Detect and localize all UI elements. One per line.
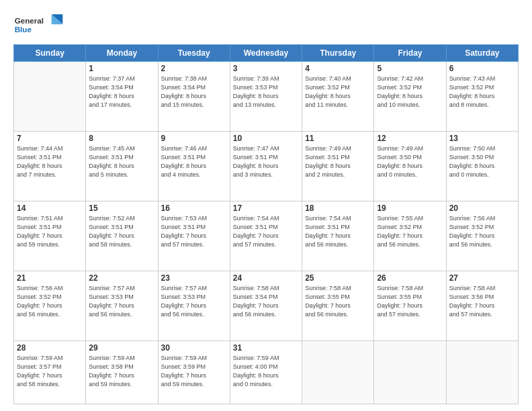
day-info: Sunrise: 7:55 AM Sunset: 3:52 PM Dayligh… <box>377 214 443 249</box>
day-info: Sunrise: 7:49 AM Sunset: 3:50 PM Dayligh… <box>377 144 443 179</box>
day-number: 31 <box>233 343 299 353</box>
day-number: 10 <box>233 134 299 143</box>
calendar-cell <box>14 62 86 132</box>
day-number: 24 <box>233 273 299 283</box>
day-number: 2 <box>161 64 227 73</box>
calendar-week-2: 7Sunrise: 7:44 AM Sunset: 3:51 PM Daylig… <box>14 131 519 201</box>
day-number: 19 <box>377 203 443 213</box>
day-number: 6 <box>449 64 515 73</box>
calendar-cell: 2Sunrise: 7:38 AM Sunset: 3:54 PM Daylig… <box>158 62 230 132</box>
logo: General Blue <box>13 12 64 39</box>
day-number: 7 <box>17 134 83 143</box>
day-number: 26 <box>377 273 443 283</box>
day-number: 3 <box>233 64 299 73</box>
svg-text:General: General <box>15 16 44 25</box>
calendar-cell: 22Sunrise: 7:57 AM Sunset: 3:53 PM Dayli… <box>86 271 158 340</box>
calendar-cell: 16Sunrise: 7:53 AM Sunset: 3:51 PM Dayli… <box>158 201 230 271</box>
day-info: Sunrise: 7:49 AM Sunset: 3:51 PM Dayligh… <box>305 144 371 179</box>
day-info: Sunrise: 7:56 AM Sunset: 3:52 PM Dayligh… <box>17 284 83 319</box>
calendar-cell: 12Sunrise: 7:49 AM Sunset: 3:50 PM Dayli… <box>374 131 446 201</box>
calendar-cell: 20Sunrise: 7:56 AM Sunset: 3:52 PM Dayli… <box>446 201 518 271</box>
calendar-cell: 26Sunrise: 7:58 AM Sunset: 3:55 PM Dayli… <box>374 271 446 340</box>
day-info: Sunrise: 7:58 AM Sunset: 3:56 PM Dayligh… <box>449 284 515 319</box>
day-number: 15 <box>89 203 154 213</box>
weekday-header-monday: Monday <box>86 45 158 62</box>
calendar-cell: 3Sunrise: 7:39 AM Sunset: 3:53 PM Daylig… <box>230 62 302 132</box>
day-info: Sunrise: 7:53 AM Sunset: 3:51 PM Dayligh… <box>161 214 227 249</box>
day-info: Sunrise: 7:59 AM Sunset: 3:57 PM Dayligh… <box>17 354 83 389</box>
day-number: 17 <box>233 203 299 213</box>
weekday-header-row: SundayMondayTuesdayWednesdayThursdayFrid… <box>14 45 519 62</box>
day-number: 18 <box>305 203 371 213</box>
calendar-week-4: 21Sunrise: 7:56 AM Sunset: 3:52 PM Dayli… <box>14 271 519 340</box>
calendar-cell: 24Sunrise: 7:58 AM Sunset: 3:54 PM Dayli… <box>230 271 302 340</box>
day-number: 4 <box>305 64 371 73</box>
day-number: 25 <box>305 273 371 283</box>
calendar-cell <box>302 340 374 404</box>
day-number: 14 <box>17 203 83 213</box>
day-info: Sunrise: 7:44 AM Sunset: 3:51 PM Dayligh… <box>17 144 83 179</box>
calendar-cell: 1Sunrise: 7:37 AM Sunset: 3:54 PM Daylig… <box>86 62 158 132</box>
calendar-cell: 23Sunrise: 7:57 AM Sunset: 3:53 PM Dayli… <box>158 271 230 340</box>
calendar-cell: 29Sunrise: 7:59 AM Sunset: 3:58 PM Dayli… <box>86 340 158 404</box>
page: General Blue SundayMondayTuesdayWednesda… <box>0 0 532 411</box>
day-info: Sunrise: 7:45 AM Sunset: 3:51 PM Dayligh… <box>89 144 154 179</box>
day-number: 12 <box>377 134 443 143</box>
day-number: 21 <box>17 273 83 283</box>
calendar-table: SundayMondayTuesdayWednesdayThursdayFrid… <box>13 44 519 404</box>
day-info: Sunrise: 7:59 AM Sunset: 4:00 PM Dayligh… <box>233 354 299 389</box>
day-info: Sunrise: 7:43 AM Sunset: 3:52 PM Dayligh… <box>449 75 515 109</box>
calendar-cell: 28Sunrise: 7:59 AM Sunset: 3:57 PM Dayli… <box>14 340 86 404</box>
calendar-week-3: 14Sunrise: 7:51 AM Sunset: 3:51 PM Dayli… <box>14 201 519 271</box>
calendar-cell <box>446 340 518 404</box>
day-number: 11 <box>305 134 371 143</box>
calendar-cell: 6Sunrise: 7:43 AM Sunset: 3:52 PM Daylig… <box>446 62 518 132</box>
calendar-cell: 10Sunrise: 7:47 AM Sunset: 3:51 PM Dayli… <box>230 131 302 201</box>
svg-text:Blue: Blue <box>15 25 32 34</box>
logo-svg: General Blue <box>13 12 64 39</box>
calendar-cell: 31Sunrise: 7:59 AM Sunset: 4:00 PM Dayli… <box>230 340 302 404</box>
day-number: 22 <box>89 273 154 283</box>
calendar-cell: 15Sunrise: 7:52 AM Sunset: 3:51 PM Dayli… <box>86 201 158 271</box>
day-info: Sunrise: 7:58 AM Sunset: 3:54 PM Dayligh… <box>233 284 299 319</box>
day-number: 13 <box>449 134 515 143</box>
day-info: Sunrise: 7:57 AM Sunset: 3:53 PM Dayligh… <box>89 284 154 319</box>
calendar-cell: 18Sunrise: 7:54 AM Sunset: 3:51 PM Dayli… <box>302 201 374 271</box>
day-info: Sunrise: 7:37 AM Sunset: 3:54 PM Dayligh… <box>89 75 154 109</box>
weekday-header-thursday: Thursday <box>302 45 374 62</box>
day-info: Sunrise: 7:42 AM Sunset: 3:52 PM Dayligh… <box>377 75 443 109</box>
day-info: Sunrise: 7:54 AM Sunset: 3:51 PM Dayligh… <box>305 214 371 249</box>
calendar-cell: 13Sunrise: 7:50 AM Sunset: 3:50 PM Dayli… <box>446 131 518 201</box>
calendar-cell: 30Sunrise: 7:59 AM Sunset: 3:59 PM Dayli… <box>158 340 230 404</box>
day-info: Sunrise: 7:56 AM Sunset: 3:52 PM Dayligh… <box>449 214 515 249</box>
day-number: 30 <box>161 343 227 353</box>
header: General Blue <box>13 12 519 39</box>
weekday-header-friday: Friday <box>374 45 446 62</box>
calendar-cell: 14Sunrise: 7:51 AM Sunset: 3:51 PM Dayli… <box>14 201 86 271</box>
day-number: 16 <box>161 203 227 213</box>
day-info: Sunrise: 7:54 AM Sunset: 3:51 PM Dayligh… <box>233 214 299 249</box>
calendar-cell: 5Sunrise: 7:42 AM Sunset: 3:52 PM Daylig… <box>374 62 446 132</box>
calendar-cell: 27Sunrise: 7:58 AM Sunset: 3:56 PM Dayli… <box>446 271 518 340</box>
day-number: 23 <box>161 273 227 283</box>
calendar-cell: 19Sunrise: 7:55 AM Sunset: 3:52 PM Dayli… <box>374 201 446 271</box>
calendar-cell: 8Sunrise: 7:45 AM Sunset: 3:51 PM Daylig… <box>86 131 158 201</box>
day-number: 28 <box>17 343 83 353</box>
day-info: Sunrise: 7:51 AM Sunset: 3:51 PM Dayligh… <box>17 214 83 249</box>
day-info: Sunrise: 7:58 AM Sunset: 3:55 PM Dayligh… <box>377 284 443 319</box>
weekday-header-saturday: Saturday <box>446 45 518 62</box>
day-info: Sunrise: 7:38 AM Sunset: 3:54 PM Dayligh… <box>161 75 227 109</box>
day-info: Sunrise: 7:57 AM Sunset: 3:53 PM Dayligh… <box>161 284 227 319</box>
calendar-week-1: 1Sunrise: 7:37 AM Sunset: 3:54 PM Daylig… <box>14 62 519 132</box>
calendar-week-5: 28Sunrise: 7:59 AM Sunset: 3:57 PM Dayli… <box>14 340 519 404</box>
calendar-cell: 21Sunrise: 7:56 AM Sunset: 3:52 PM Dayli… <box>14 271 86 340</box>
day-info: Sunrise: 7:40 AM Sunset: 3:52 PM Dayligh… <box>305 75 371 109</box>
day-info: Sunrise: 7:59 AM Sunset: 3:59 PM Dayligh… <box>161 354 227 389</box>
calendar-cell: 9Sunrise: 7:46 AM Sunset: 3:51 PM Daylig… <box>158 131 230 201</box>
day-number: 29 <box>89 343 154 353</box>
day-number: 9 <box>161 134 227 143</box>
weekday-header-wednesday: Wednesday <box>230 45 302 62</box>
day-info: Sunrise: 7:39 AM Sunset: 3:53 PM Dayligh… <box>233 75 299 109</box>
day-info: Sunrise: 7:52 AM Sunset: 3:51 PM Dayligh… <box>89 214 154 249</box>
calendar-cell: 17Sunrise: 7:54 AM Sunset: 3:51 PM Dayli… <box>230 201 302 271</box>
